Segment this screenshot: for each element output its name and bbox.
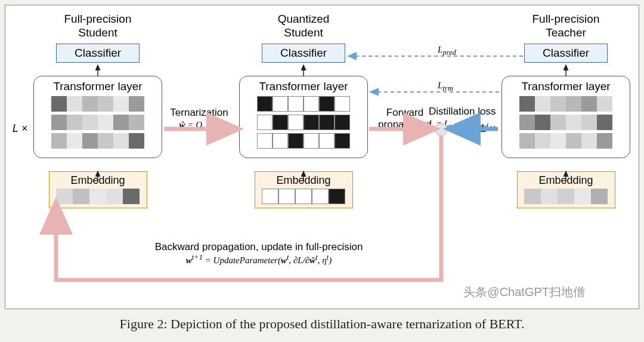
l-trm-label: Ltrm	[438, 80, 453, 93]
weight-cell	[519, 96, 535, 112]
embedding-box-right: Embedding	[517, 171, 615, 208]
embed-cell	[312, 189, 329, 204]
weight-cell	[319, 115, 335, 130]
weight-cell	[257, 133, 273, 149]
weight-cell	[113, 133, 129, 149]
title-fp-student: Full-precision Student	[32, 13, 163, 40]
embedding-label-left: Embedding	[53, 174, 143, 187]
classifier-box-left: Classifier	[56, 44, 140, 63]
weight-cell	[82, 96, 98, 112]
embed-cell	[106, 189, 123, 204]
embed-cell	[73, 189, 89, 204]
weight-cell	[566, 115, 581, 130]
weight-cell	[519, 115, 535, 130]
weight-cell	[67, 133, 82, 149]
weight-row	[246, 115, 361, 130]
weight-cell	[51, 96, 67, 112]
weight-cell	[597, 115, 612, 130]
embed-cell	[89, 189, 106, 204]
weight-cell	[273, 133, 288, 149]
weight-cell	[319, 133, 335, 149]
weight-cell	[597, 96, 612, 112]
weight-cell	[319, 96, 335, 112]
weight-row	[246, 133, 361, 149]
embed-cell	[591, 189, 608, 204]
weight-cell	[67, 96, 82, 112]
weight-row	[40, 133, 156, 149]
weight-cell	[273, 115, 288, 130]
column-full-precision-student: Full-precision Student Classifier Transf…	[32, 13, 163, 208]
weight-cell	[535, 115, 550, 130]
l-pred-label: Lpred	[438, 44, 456, 57]
transformer-label-right: Transformer layer	[508, 80, 624, 93]
classifier-box-right: Classifier	[524, 44, 608, 63]
weight-cell	[51, 133, 67, 149]
weight-row	[508, 115, 624, 130]
watermark-text: 头条@ChatGPT扫地僧	[463, 284, 585, 300]
weight-cell	[113, 115, 129, 130]
embed-cell	[295, 189, 312, 204]
embed-cell	[278, 189, 295, 204]
weight-cell	[581, 96, 597, 112]
transformer-label-left: Transformer layer	[40, 80, 156, 93]
weight-cell	[98, 96, 113, 112]
weight-cell	[566, 96, 581, 112]
embed-cell	[558, 189, 574, 204]
weight-row	[508, 133, 624, 149]
weight-cell	[335, 96, 350, 112]
backward-prop-label: Backward propagation, update in full-pre…	[125, 241, 393, 267]
embed-cell	[574, 189, 591, 204]
weight-cell	[335, 133, 350, 149]
weight-cell	[67, 115, 82, 130]
weight-cell	[566, 133, 581, 149]
weight-cell	[304, 133, 319, 149]
figure-caption: Figure 2: Depiction of the proposed dist…	[5, 316, 639, 332]
transformer-box-right: Transformer layer	[501, 76, 630, 158]
embed-cell	[541, 189, 558, 204]
weight-cell	[304, 115, 319, 130]
diagram-frame: Full-precision Student Classifier Transf…	[5, 5, 639, 309]
weight-cell	[288, 133, 304, 149]
classifier-box-middle: Classifier	[262, 44, 345, 63]
column-full-precision-teacher: Full-precision Teacher Classifier Transf…	[500, 13, 631, 208]
embedding-box-left: Embedding	[49, 171, 147, 208]
loss-node-icon	[435, 123, 448, 136]
embed-cell	[329, 189, 345, 204]
weight-cell	[113, 96, 129, 112]
weight-cell	[535, 96, 550, 112]
weight-row	[40, 96, 156, 112]
embed-cell	[123, 189, 140, 204]
weight-cell	[597, 133, 612, 149]
weight-cell	[304, 96, 319, 112]
weight-row	[508, 96, 624, 112]
weight-cell	[550, 115, 566, 130]
weight-cell	[581, 133, 597, 149]
weight-cell	[82, 133, 98, 149]
weight-cell	[288, 115, 304, 130]
embed-cell	[262, 189, 278, 204]
ternarization-label: Ternarization ŵ = Qw(w)	[160, 107, 238, 133]
weight-cell	[335, 115, 350, 130]
weight-cell	[257, 115, 273, 130]
weight-cell	[535, 133, 550, 149]
weight-cell	[550, 96, 566, 112]
title-quant-student: Quantized Student	[238, 13, 369, 40]
weight-cell	[288, 96, 304, 112]
weight-cell	[82, 115, 98, 130]
embed-cell	[56, 189, 73, 204]
weight-row	[40, 115, 156, 130]
weight-cell	[98, 115, 113, 130]
weight-cell	[581, 115, 597, 130]
weight-cell	[129, 115, 144, 130]
weight-cell	[129, 133, 144, 149]
weight-row	[246, 96, 361, 112]
transformer-box-left: Transformer layer	[33, 76, 162, 158]
embedding-label-right: Embedding	[521, 174, 611, 187]
column-quantized-student: Quantized Student Classifier Transformer…	[238, 13, 369, 208]
lx-label-left: L ×	[13, 122, 27, 135]
weight-cell	[519, 133, 535, 149]
embed-cell	[524, 189, 541, 204]
embedding-box-middle: Embedding	[255, 171, 353, 208]
weight-cell	[273, 96, 288, 112]
weight-cell	[51, 115, 67, 130]
